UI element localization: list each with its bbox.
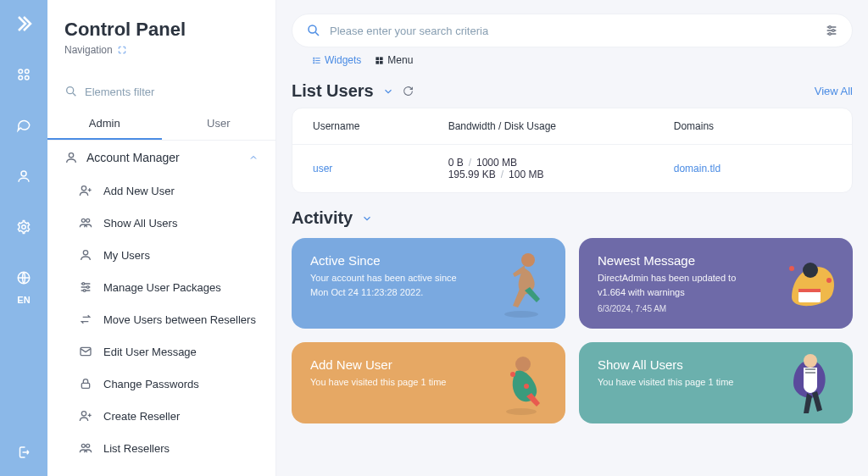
svg-point-14 <box>86 286 89 289</box>
svg-rect-26 <box>313 59 314 61</box>
svg-point-13 <box>82 283 85 285</box>
sidebar-menu: Account Manager Add New User Show All Us… <box>47 141 275 476</box>
person-icon <box>64 151 78 164</box>
illustration-person-laptop <box>771 241 846 325</box>
svg-point-22 <box>829 26 832 29</box>
search-input[interactable] <box>330 25 816 37</box>
illustration-crouching-person <box>484 346 559 420</box>
user-icon[interactable] <box>14 166 34 186</box>
svg-point-40 <box>789 266 794 271</box>
svg-rect-34 <box>380 60 383 64</box>
search-bar <box>292 14 853 47</box>
svg-point-7 <box>67 87 74 94</box>
svg-point-43 <box>515 357 531 372</box>
svg-point-18 <box>81 412 86 416</box>
svg-point-41 <box>826 278 832 283</box>
domain-link[interactable]: domain.tld <box>674 163 832 174</box>
menu-item-move-users[interactable]: Move Users between Resellers <box>47 303 275 335</box>
globe-icon[interactable] <box>14 268 34 288</box>
section-title: List Users <box>292 81 374 101</box>
activity-grid: Active Since Your account has been activ… <box>292 238 853 423</box>
toggle-menu[interactable]: Menu <box>375 54 413 66</box>
tab-user[interactable]: User <box>162 108 276 140</box>
menu-item-create-reseller[interactable]: Create Reseller <box>47 400 275 432</box>
menu-item-show-all-users[interactable]: Show All Users <box>47 207 275 239</box>
main-content: Widgets Menu List Users View All Usernam… <box>276 0 868 476</box>
dashboard-icon[interactable] <box>14 64 34 85</box>
menu-item-change-passwords[interactable]: Change Passwords <box>47 368 275 400</box>
card-newest-message[interactable]: Newest Message DirectAdmin has been upda… <box>579 238 853 329</box>
menu-item-list-resellers[interactable]: List Resellers <box>47 432 275 464</box>
app-root: EN Control Panel Navigation Admin User <box>0 0 868 476</box>
menu-item-my-users[interactable]: My Users <box>47 239 275 271</box>
svg-point-46 <box>804 354 817 368</box>
sliders-icon <box>78 280 93 295</box>
view-all-link[interactable]: View All <box>815 85 853 97</box>
menu-item-manage-packages[interactable]: Manage User Packages <box>47 271 275 303</box>
svg-point-21 <box>309 25 316 33</box>
svg-point-42 <box>506 408 537 415</box>
svg-point-37 <box>803 263 818 278</box>
sliders-icon[interactable] <box>825 24 838 37</box>
svg-rect-33 <box>376 60 380 64</box>
chevron-down-icon[interactable] <box>382 86 394 97</box>
activity-header: Activity <box>292 208 853 228</box>
toggle-widgets[interactable]: Widgets <box>312 54 361 66</box>
sidebar-filter-input[interactable] <box>85 86 259 98</box>
svg-rect-31 <box>376 57 380 60</box>
logout-icon[interactable] <box>14 442 34 462</box>
svg-point-1 <box>25 69 30 74</box>
section-title: Activity <box>292 208 353 228</box>
menu-item-add-new-user[interactable]: Add New User <box>47 174 275 207</box>
svg-point-24 <box>829 33 832 36</box>
sidebar-header: Control Panel Navigation <box>47 0 275 68</box>
list-icon <box>312 56 321 65</box>
svg-point-11 <box>86 219 90 222</box>
svg-point-9 <box>81 186 86 191</box>
svg-point-19 <box>81 444 85 447</box>
search-icon <box>306 23 321 38</box>
sidebar-subtitle: Navigation <box>64 44 259 56</box>
view-toggles: Widgets Menu <box>292 47 853 66</box>
svg-point-2 <box>19 76 23 80</box>
svg-rect-29 <box>315 60 320 61</box>
card-show-all-users[interactable]: Show All Users You have visited this pag… <box>579 342 853 423</box>
svg-point-10 <box>81 219 85 222</box>
card-add-new-user[interactable]: Add New User You have visited this page … <box>292 342 565 423</box>
svg-rect-17 <box>81 383 89 388</box>
illustration-standing-person <box>771 346 846 420</box>
svg-point-3 <box>25 76 30 80</box>
menu-parent-account-manager[interactable]: Account Manager <box>47 141 275 174</box>
chat-icon[interactable] <box>14 115 34 136</box>
svg-point-0 <box>19 69 23 74</box>
gear-icon[interactable] <box>14 217 34 237</box>
grid-icon <box>375 56 384 65</box>
collapse-icon[interactable] <box>118 46 126 54</box>
chevron-down-icon[interactable] <box>361 213 373 224</box>
filter-wrap <box>47 75 275 108</box>
logo-icon[interactable] <box>14 14 34 34</box>
svg-point-44 <box>510 372 515 377</box>
mail-icon <box>78 344 93 359</box>
svg-rect-25 <box>313 57 314 58</box>
svg-point-35 <box>504 311 538 318</box>
language-label[interactable]: EN <box>17 295 30 305</box>
user-link[interactable]: user <box>313 163 448 174</box>
col-username: Username <box>313 120 448 132</box>
svg-point-23 <box>832 30 835 32</box>
user-plus-icon <box>78 183 93 198</box>
tab-admin[interactable]: Admin <box>47 108 162 140</box>
col-domains: Domains <box>674 120 832 132</box>
col-usage: Bandwidth / Disk Usage <box>448 120 674 132</box>
menu-item-edit-message[interactable]: Edit User Message <box>47 335 275 368</box>
card-active-since[interactable]: Active Since Your account has been activ… <box>292 238 565 329</box>
role-tabs: Admin User <box>47 108 275 141</box>
search-icon <box>64 85 78 98</box>
refresh-icon[interactable] <box>403 86 414 97</box>
svg-rect-30 <box>315 62 320 63</box>
svg-rect-27 <box>313 62 314 64</box>
svg-point-15 <box>83 290 86 292</box>
svg-point-45 <box>524 384 529 389</box>
svg-point-20 <box>86 444 90 447</box>
user-table: Username Bandwidth / Disk Usage Domains … <box>292 108 853 193</box>
